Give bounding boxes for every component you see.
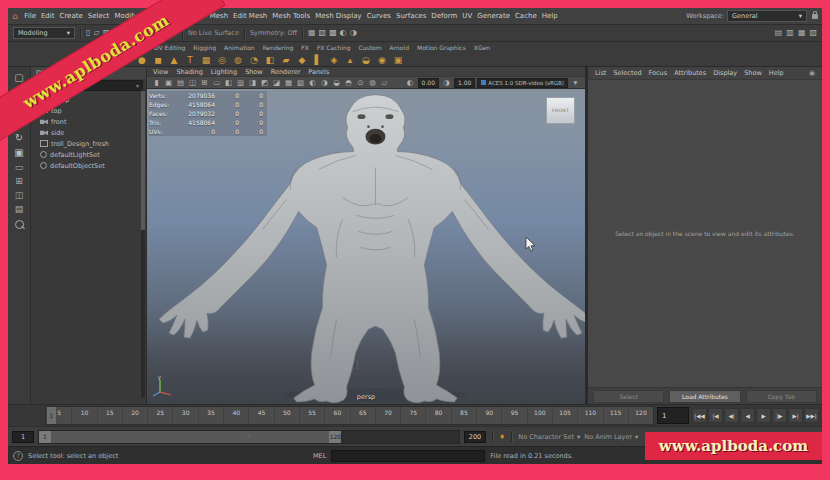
attribute-editor-menu-item[interactable]: Selected xyxy=(613,69,641,77)
viewport-menu-item[interactable]: Renderer xyxy=(271,68,301,76)
shelf-tab[interactable]: FX xyxy=(301,44,309,51)
shelf-tab[interactable]: Rigging xyxy=(193,44,216,51)
viewport-tool-icon[interactable]: ⊙ xyxy=(355,77,366,88)
shelf-tool-icon[interactable]: ▌ xyxy=(312,55,324,65)
exposure-field[interactable]: 0.00 xyxy=(418,78,439,88)
colorspace-selector[interactable]: ACES 1.0 SDR-video (sRGB) xyxy=(477,78,568,88)
gamma-icon[interactable]: ◑ xyxy=(441,77,452,88)
shelf-tool-icon[interactable]: ◧ xyxy=(264,55,276,65)
viewport-tool-icon[interactable]: ▦ xyxy=(283,77,294,88)
step-forward-frame-button[interactable]: ▶| xyxy=(788,408,803,423)
copy-tab-button[interactable]: Copy Tab xyxy=(746,390,817,403)
scale-tool-icon[interactable]: ▣ xyxy=(14,147,23,158)
pin-icon[interactable]: ◉ xyxy=(809,69,815,77)
go-to-end-button[interactable]: ▶▶| xyxy=(804,408,819,423)
menu-item[interactable]: Help xyxy=(539,12,560,20)
range-slider-track[interactable]: 1 120 + xyxy=(38,430,460,444)
time-slider-track[interactable]: 5101520253035404550556065707580859095100… xyxy=(45,406,654,425)
viewport-tool-icon[interactable]: ◍ xyxy=(367,77,378,88)
outliner-item-mesh[interactable]: troll_Design_fresh xyxy=(31,138,146,149)
menu-item[interactable]: UV xyxy=(460,12,475,20)
magnifier-icon[interactable] xyxy=(15,220,24,229)
viewport-tool-icon[interactable]: ▧ xyxy=(295,77,306,88)
file-icon[interactable]: ▯ xyxy=(86,29,90,37)
view-cube[interactable]: FRONT xyxy=(546,97,575,124)
attribute-editor-menu-item[interactable]: List xyxy=(595,69,606,77)
shelf-tool-icon[interactable]: ◼ xyxy=(152,55,164,65)
viewport-tool-icon[interactable]: ◐ xyxy=(307,77,318,88)
shelf-tab[interactable]: Motion Graphics xyxy=(417,44,466,51)
render-icon[interactable]: ◑ xyxy=(350,29,357,37)
chevron-down-icon[interactable]: ▾ xyxy=(570,77,581,88)
anim-layer-dropdown[interactable]: No Anim Layer▾ xyxy=(584,433,638,441)
gamma-field[interactable]: 1.00 xyxy=(454,78,475,88)
shelf-tool-icon[interactable]: ◈ xyxy=(328,55,340,65)
shelf-tool-icon[interactable]: ◎ xyxy=(216,55,228,65)
viewport-tool-icon[interactable]: ◨ xyxy=(247,77,258,88)
shelf-tab[interactable]: Custom xyxy=(359,44,382,51)
shelf-tab[interactable]: XGen xyxy=(474,44,490,51)
layout-four-pane-icon[interactable]: ⊞ xyxy=(15,176,23,186)
menu-item[interactable]: Edit Mesh xyxy=(231,12,270,20)
viewport-menu-item[interactable]: Panels xyxy=(308,68,329,76)
shelf-tool-icon[interactable]: ◔ xyxy=(248,55,260,65)
viewport-tool-icon[interactable]: ▣ xyxy=(163,77,174,88)
shelf-tool-icon[interactable]: T xyxy=(184,55,196,65)
attribute-editor-menu-item[interactable]: Show xyxy=(744,69,762,77)
viewport-tool-icon[interactable]: ◒ xyxy=(331,77,342,88)
menu-item[interactable]: File xyxy=(22,12,39,20)
viewport-menu-item[interactable]: View xyxy=(153,68,168,76)
shelf-tab[interactable]: Animation xyxy=(224,44,255,51)
mel-command-input[interactable] xyxy=(331,450,485,462)
sidebar-toggle-icon[interactable]: ▥ xyxy=(786,29,794,37)
viewport-tool-icon[interactable]: ▮ xyxy=(151,77,162,88)
animation-start-field[interactable]: 1 xyxy=(12,431,34,443)
exposure-icon[interactable]: ◐ xyxy=(405,77,416,88)
play-forwards-button[interactable]: ▶ xyxy=(756,408,771,423)
animation-end-field[interactable]: 200 xyxy=(464,431,486,443)
viewport-menu-item[interactable]: Show xyxy=(245,68,263,76)
rotate-tool-icon[interactable]: ↻ xyxy=(15,132,23,143)
playback-range[interactable]: 1 120 xyxy=(39,431,341,443)
viewport-tool-icon[interactable]: ◓ xyxy=(343,77,354,88)
shelf-tool-icon[interactable]: ▴ xyxy=(344,55,356,65)
live-surface-label[interactable]: No Live Surface xyxy=(188,29,239,37)
sidebar-toggle-icon[interactable]: ▧ xyxy=(809,29,817,37)
menu-item[interactable]: Surfaces xyxy=(393,12,428,20)
shelf-tool-icon[interactable]: ▲ xyxy=(168,55,180,65)
go-to-start-button[interactable]: |◀◀ xyxy=(692,408,707,423)
layout-single-pane-icon[interactable]: ▭ xyxy=(15,162,24,172)
viewport-tool-icon[interactable]: ▥ xyxy=(235,77,246,88)
viewport-tool-icon[interactable]: ▤ xyxy=(175,77,186,88)
lock-icon[interactable] xyxy=(812,14,818,19)
menu-item[interactable]: Create xyxy=(57,12,85,20)
shelf-tab[interactable]: FX Caching xyxy=(317,44,351,51)
menu-item[interactable]: Mesh Tools xyxy=(270,12,313,20)
viewport-tool-icon[interactable]: ◩ xyxy=(259,77,270,88)
step-back-frame-button[interactable]: |◀ xyxy=(708,408,723,423)
render-icon[interactable]: ▩ xyxy=(329,29,337,37)
layout-two-pane-icon[interactable]: ◫ xyxy=(15,190,24,200)
shelf-tool-icon[interactable]: ▣ xyxy=(392,55,404,65)
current-frame-field[interactable]: 1 xyxy=(657,407,689,424)
mel-toggle[interactable]: MEL xyxy=(313,452,326,460)
viewport-tool-icon[interactable]: ◪ xyxy=(271,77,282,88)
attribute-editor-menu-item[interactable]: Help xyxy=(769,69,784,77)
shelf-tool-icon[interactable]: ◆ xyxy=(296,55,308,65)
viewport-tool-icon[interactable]: ◑ xyxy=(319,77,330,88)
symmetry-label[interactable]: Symmetry: Off xyxy=(250,29,297,37)
sidebar-toggle-icon[interactable]: ▦ xyxy=(798,29,806,37)
menu-item[interactable]: Curves xyxy=(364,12,393,20)
range-start-handle[interactable]: 1 xyxy=(39,431,51,443)
shelf-tab[interactable]: Rendering xyxy=(263,44,294,51)
load-attributes-button[interactable]: Load Attributes xyxy=(669,390,740,403)
sidebar-toggle-icon[interactable]: ▤ xyxy=(775,29,783,37)
viewport-tool-icon[interactable]: ▱ xyxy=(379,77,390,88)
viewport-tool-icon[interactable]: ◧ xyxy=(223,77,234,88)
render-icon[interactable]: ◐ xyxy=(340,29,347,37)
menu-item[interactable]: Mesh Display xyxy=(313,12,364,20)
select-tool-icon[interactable]: ▢ xyxy=(14,72,23,83)
menu-item[interactable]: Edit xyxy=(38,12,57,20)
outliner-item-front[interactable]: front xyxy=(31,116,146,127)
step-forward-key-button[interactable]: |▶ xyxy=(772,408,787,423)
